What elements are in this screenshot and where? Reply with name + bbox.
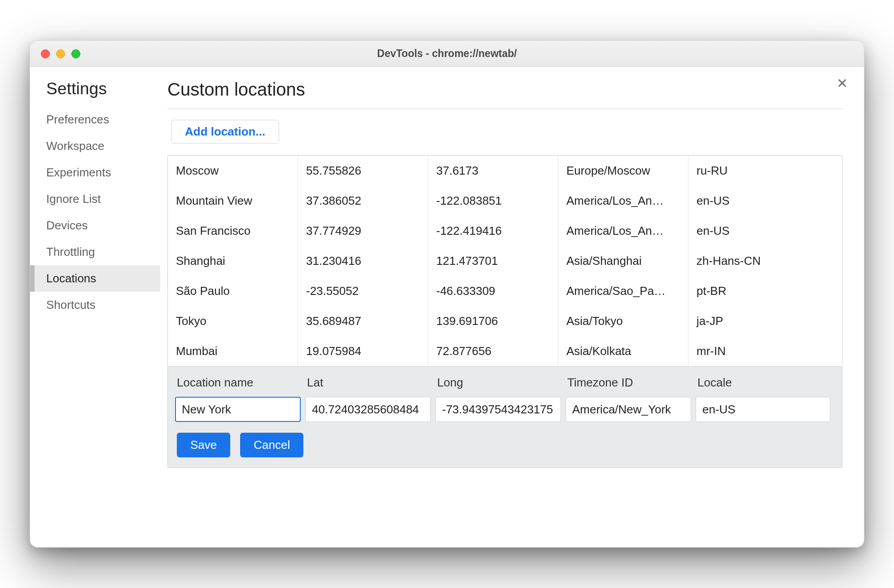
editor-label-locale: Locale <box>696 376 835 397</box>
sidebar-item-label: Shortcuts <box>46 298 96 312</box>
cell-long: 121.473701 <box>428 246 558 276</box>
cell-long: 139.691706 <box>428 306 558 336</box>
cell-name: Moscow <box>168 156 298 186</box>
close-icon[interactable]: ✕ <box>837 77 848 90</box>
cell-lat: 37.774929 <box>298 216 428 246</box>
sidebar-item-label: Devices <box>46 219 88 232</box>
location-editor: Location name Lat Long Timezone ID Local… <box>168 366 842 467</box>
cell-long: 37.6173 <box>428 156 558 186</box>
cell-lat: 19.075984 <box>298 336 428 366</box>
editor-label-name: Location name <box>175 376 305 397</box>
table-row[interactable]: Mumbai 19.075984 72.877656 Asia/Kolkata … <box>168 336 842 366</box>
table-row[interactable]: Mountain View 37.386052 -122.083851 Amer… <box>168 186 842 216</box>
window-zoom-button[interactable] <box>71 49 80 58</box>
cell-name: Mountain View <box>168 186 298 216</box>
cell-long: -46.633309 <box>428 276 558 306</box>
sidebar-item-label: Locations <box>46 272 96 285</box>
cell-lat: 35.689487 <box>298 306 428 336</box>
cell-lat: -23.55052 <box>298 276 428 306</box>
cell-tz: Asia/Shanghai <box>558 246 688 276</box>
sidebar-item-preferences[interactable]: Preferences <box>30 106 160 133</box>
cell-name: Mumbai <box>168 336 298 366</box>
editor-label-long: Long <box>435 376 565 397</box>
sidebar-item-experiments[interactable]: Experiments <box>30 159 160 186</box>
cell-locale: zh-Hans-CN <box>688 246 842 276</box>
cell-long: 72.877656 <box>428 336 558 366</box>
cell-name: Shanghai <box>168 246 298 276</box>
cell-long: -122.419416 <box>428 216 558 246</box>
settings-sidebar: Settings Preferences Workspace Experimen… <box>30 67 160 547</box>
timezone-input[interactable] <box>565 397 691 422</box>
cancel-button[interactable]: Cancel <box>240 433 303 457</box>
cell-lat: 37.386052 <box>298 186 428 216</box>
settings-main: Custom locations Add location... Moscow … <box>160 67 864 547</box>
cell-tz: Europe/Moscow <box>558 156 688 186</box>
sidebar-item-label: Workspace <box>46 139 105 153</box>
cell-name: São Paulo <box>168 276 298 306</box>
editor-label-lat: Lat <box>305 376 435 397</box>
long-input[interactable] <box>435 397 561 422</box>
cell-locale: mr-IN <box>688 336 842 366</box>
window-title: DevTools - chrome://newtab/ <box>30 48 864 60</box>
sidebar-heading: Settings <box>30 79 160 106</box>
window-close-button[interactable] <box>41 49 50 58</box>
cell-lat: 55.755826 <box>298 156 428 186</box>
settings-body: ✕ Settings Preferences Workspace Experim… <box>30 67 864 547</box>
table-row[interactable]: Tokyo 35.689487 139.691706 Asia/Tokyo ja… <box>168 306 842 336</box>
sidebar-item-ignore-list[interactable]: Ignore List <box>30 186 160 212</box>
save-button[interactable]: Save <box>177 433 230 457</box>
table-row[interactable]: Shanghai 31.230416 121.473701 Asia/Shang… <box>168 246 842 276</box>
window-minimize-button[interactable] <box>56 49 65 58</box>
table-row[interactable]: Moscow 55.755826 37.6173 Europe/Moscow r… <box>168 156 842 186</box>
cell-tz: Asia/Kolkata <box>558 336 688 366</box>
sidebar-item-shortcuts[interactable]: Shortcuts <box>30 292 160 318</box>
window-titlebar: DevTools - chrome://newtab/ <box>30 41 864 67</box>
location-name-input[interactable] <box>175 397 301 422</box>
cell-long: -122.083851 <box>428 186 558 216</box>
cell-tz: America/Sao_Pa… <box>558 276 688 306</box>
cell-tz: Asia/Tokyo <box>558 306 688 336</box>
add-location-button[interactable]: Add location... <box>171 120 279 144</box>
page-title: Custom locations <box>167 79 842 109</box>
cell-locale: en-US <box>688 216 842 246</box>
sidebar-item-label: Experiments <box>46 166 111 179</box>
lat-input[interactable] <box>305 397 431 422</box>
sidebar-item-devices[interactable]: Devices <box>30 212 160 239</box>
sidebar-item-throttling[interactable]: Throttling <box>30 239 160 265</box>
window-controls <box>41 49 80 58</box>
sidebar-item-label: Ignore List <box>46 192 101 206</box>
cell-locale: ru-RU <box>688 156 842 186</box>
editor-label-tz: Timezone ID <box>565 376 696 397</box>
devtools-window: DevTools - chrome://newtab/ ✕ Settings P… <box>30 40 864 548</box>
locale-input[interactable] <box>696 397 830 422</box>
cell-locale: ja-JP <box>688 306 842 336</box>
table-row[interactable]: São Paulo -23.55052 -46.633309 America/S… <box>168 276 842 306</box>
sidebar-item-label: Throttling <box>46 245 95 259</box>
locations-table: Moscow 55.755826 37.6173 Europe/Moscow r… <box>167 155 842 468</box>
cell-lat: 31.230416 <box>298 246 428 276</box>
cell-locale: pt-BR <box>688 276 842 306</box>
cell-tz: America/Los_An… <box>558 216 688 246</box>
cell-name: San Francisco <box>168 216 298 246</box>
table-row[interactable]: San Francisco 37.774929 -122.419416 Amer… <box>168 216 842 246</box>
cell-locale: en-US <box>688 186 842 216</box>
sidebar-item-workspace[interactable]: Workspace <box>30 133 160 159</box>
sidebar-item-locations[interactable]: Locations <box>30 265 160 292</box>
sidebar-item-label: Preferences <box>46 113 109 126</box>
cell-tz: America/Los_An… <box>558 186 688 216</box>
cell-name: Tokyo <box>168 306 298 336</box>
